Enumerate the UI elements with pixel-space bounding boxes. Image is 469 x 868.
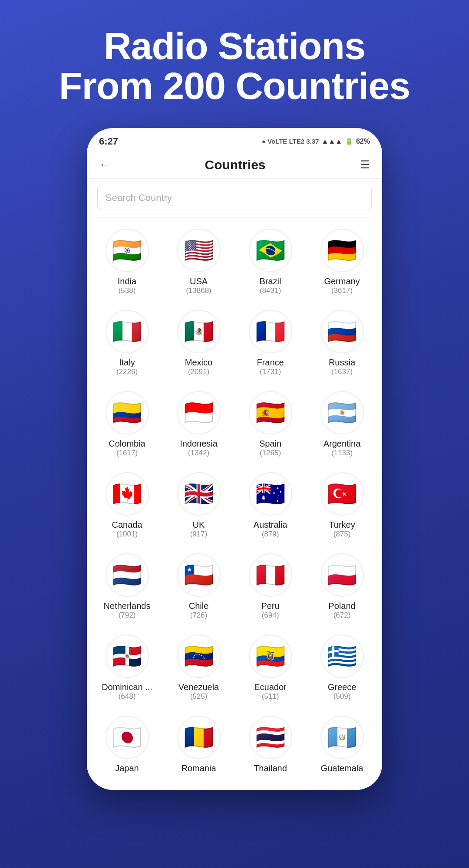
search-country-input[interactable]: Search Country bbox=[97, 186, 372, 210]
flag-circle: 🇻🇪 bbox=[177, 635, 221, 678]
flag-circle: 🇦🇷 bbox=[320, 391, 364, 434]
country-name: Germany bbox=[324, 276, 360, 286]
flag-circle: 🇫🇷 bbox=[249, 310, 292, 353]
country-item[interactable]: 🇹🇷Turkey(875) bbox=[306, 465, 378, 546]
country-name: Guatemala bbox=[321, 763, 363, 773]
country-item[interactable]: 🇨🇦Canada(1001) bbox=[91, 465, 163, 546]
flag-circle: 🇩🇴 bbox=[106, 635, 149, 678]
country-item[interactable]: 🇨🇴Colombia(1617) bbox=[91, 384, 163, 465]
country-name: Australia bbox=[254, 520, 287, 530]
country-count: (1617) bbox=[116, 449, 138, 457]
country-item[interactable]: 🇦🇺Australia(879) bbox=[234, 465, 306, 546]
country-item[interactable]: 🇵🇪Peru(694) bbox=[234, 546, 306, 628]
flag-circle: 🇧🇷 bbox=[249, 229, 292, 272]
flag-circle: 🇺🇸 bbox=[177, 229, 221, 272]
country-count: (1637) bbox=[331, 368, 353, 376]
flag-circle: 🇩🇪 bbox=[320, 229, 364, 272]
country-item[interactable]: 🇮🇩Indonesia(1342) bbox=[163, 384, 234, 465]
country-name: Venezuela bbox=[178, 682, 219, 692]
flag-circle: 🇨🇴 bbox=[106, 391, 149, 434]
flag-circle: 🇨🇱 bbox=[177, 553, 221, 597]
status-icons: ● VoLTE LTE2 3.37 ▲▲▲ 🔋 62% bbox=[262, 137, 370, 145]
flag-circle: 🇵🇱 bbox=[320, 553, 364, 597]
country-item[interactable]: 🇲🇽Mexico(2091) bbox=[163, 303, 234, 384]
country-name: Chile bbox=[189, 601, 209, 611]
country-count: (875) bbox=[334, 530, 351, 539]
country-item[interactable]: 🇷🇴Romania bbox=[163, 709, 234, 781]
status-time: 6:27 bbox=[99, 136, 118, 147]
country-item[interactable]: 🇩🇪Germany(3617) bbox=[306, 222, 378, 303]
country-item[interactable]: 🇯🇵Japan bbox=[91, 709, 163, 781]
country-item[interactable]: 🇻🇪Venezuela(525) bbox=[163, 628, 234, 709]
country-count: (509) bbox=[334, 692, 351, 701]
country-item[interactable]: 🇷🇺Russia(1637) bbox=[306, 303, 378, 384]
countries-grid: 🇮🇳India(538)🇺🇸USA(13868)🇧🇷Brazil(8431)🇩🇪… bbox=[87, 217, 382, 790]
country-count: (1133) bbox=[331, 449, 353, 457]
country-count: (1001) bbox=[116, 530, 138, 539]
flag-circle: 🇹🇭 bbox=[249, 716, 292, 759]
country-count: (1265) bbox=[260, 449, 281, 457]
flag-circle: 🇨🇦 bbox=[106, 472, 149, 516]
country-item[interactable]: 🇩🇴Dominican ...(648) bbox=[91, 628, 163, 709]
country-name: Argentina bbox=[324, 439, 361, 449]
country-item[interactable]: 🇪🇸Spain(1265) bbox=[234, 384, 306, 465]
country-count: (879) bbox=[262, 530, 279, 539]
country-item[interactable]: 🇨🇱Chile(726) bbox=[163, 546, 234, 628]
flag-circle: 🇷🇴 bbox=[177, 716, 221, 759]
country-name: Peru bbox=[261, 601, 279, 611]
country-name: Dominican ... bbox=[102, 682, 152, 692]
status-bar: 6:27 ● VoLTE LTE2 3.37 ▲▲▲ 🔋 62% bbox=[87, 128, 382, 151]
country-name: Ecuador bbox=[254, 682, 287, 692]
flag-circle: 🇮🇩 bbox=[177, 391, 221, 434]
country-item[interactable]: 🇬🇧UK(917) bbox=[163, 465, 234, 546]
country-name: Russia bbox=[329, 358, 355, 368]
country-count: (672) bbox=[334, 611, 351, 620]
country-item[interactable]: 🇹🇭Thailand bbox=[234, 709, 306, 781]
country-count: (3617) bbox=[331, 286, 353, 295]
country-item[interactable]: 🇮🇹Italy(2226) bbox=[91, 303, 163, 384]
flag-circle: 🇪🇨 bbox=[249, 635, 292, 678]
country-name: Poland bbox=[328, 601, 355, 611]
flag-circle: 🇷🇺 bbox=[320, 310, 364, 353]
country-name: Thailand bbox=[254, 763, 287, 773]
country-item[interactable]: 🇫🇷France(1731) bbox=[234, 303, 306, 384]
flag-circle: 🇵🇪 bbox=[249, 553, 292, 597]
country-count: (792) bbox=[119, 611, 136, 620]
flag-circle: 🇳🇱 bbox=[106, 553, 149, 597]
country-name: Brazil bbox=[259, 276, 281, 286]
country-item[interactable]: 🇵🇱Poland(672) bbox=[306, 546, 378, 628]
flag-circle: 🇮🇹 bbox=[106, 310, 149, 353]
country-count: (917) bbox=[190, 530, 208, 539]
country-name: Colombia bbox=[109, 439, 145, 449]
country-name: Mexico bbox=[185, 358, 212, 368]
flag-circle: 🇲🇽 bbox=[177, 310, 221, 353]
phone-frame: 6:27 ● VoLTE LTE2 3.37 ▲▲▲ 🔋 62% ← Count… bbox=[87, 128, 382, 790]
country-count: (1342) bbox=[188, 449, 209, 457]
country-item[interactable]: 🇧🇷Brazil(8431) bbox=[234, 222, 306, 303]
wifi-icon: ▲▲▲ bbox=[321, 138, 342, 145]
country-name: Greece bbox=[328, 682, 357, 692]
back-button[interactable]: ← bbox=[99, 158, 110, 171]
country-item[interactable]: 🇳🇱Netherlands(792) bbox=[91, 546, 163, 628]
country-item[interactable]: 🇮🇳India(538) bbox=[91, 222, 163, 303]
country-item[interactable]: 🇦🇷Argentina(1133) bbox=[306, 384, 378, 465]
flag-circle: 🇬🇹 bbox=[320, 716, 364, 759]
app-header: ← Countries ☰ bbox=[87, 151, 382, 179]
country-item[interactable]: 🇬🇷Greece(509) bbox=[306, 628, 378, 709]
flag-circle: 🇹🇷 bbox=[320, 472, 364, 516]
country-item[interactable]: 🇺🇸USA(13868) bbox=[163, 222, 234, 303]
country-name: India bbox=[118, 276, 136, 286]
filter-icon[interactable]: ☰ bbox=[360, 158, 370, 171]
country-count: (511) bbox=[262, 692, 279, 701]
flag-circle: 🇦🇺 bbox=[249, 472, 292, 516]
country-name: Italy bbox=[119, 358, 135, 368]
country-count: (1731) bbox=[260, 368, 281, 376]
country-count: (694) bbox=[262, 611, 279, 620]
country-count: (13868) bbox=[186, 286, 211, 295]
flag-circle: 🇬🇷 bbox=[320, 635, 364, 678]
flag-circle: 🇯🇵 bbox=[106, 716, 149, 759]
country-count: (8431) bbox=[260, 286, 281, 295]
country-name: Indonesia bbox=[180, 439, 218, 449]
country-item[interactable]: 🇪🇨Ecuador(511) bbox=[234, 628, 306, 709]
country-item[interactable]: 🇬🇹Guatemala bbox=[306, 709, 378, 781]
